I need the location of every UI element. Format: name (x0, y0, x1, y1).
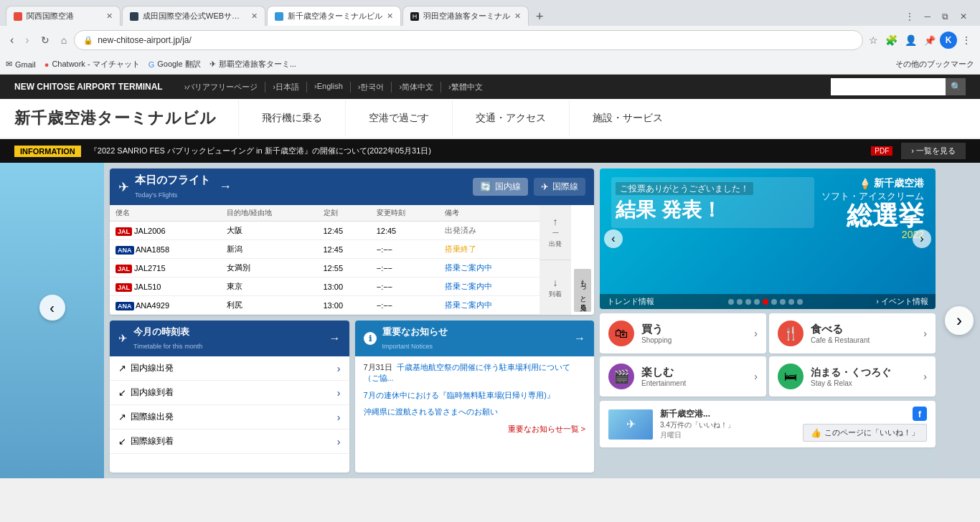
depart-up-icon: ↑ (553, 216, 558, 227)
dot-0[interactable] (728, 299, 734, 305)
dest-1: 新潟 (221, 240, 317, 259)
dot-4-active[interactable] (763, 299, 768, 305)
tab-kansai[interactable]: 関西国際空港 ✕ (6, 6, 121, 26)
pin-btn[interactable]: 📌 (921, 32, 938, 49)
dot-7[interactable] (788, 299, 794, 305)
nav-at-airport[interactable]: 空港で過ごす (346, 100, 453, 136)
col-flight-number: 便名 (110, 205, 221, 222)
nav-chinese-simple[interactable]: ›简体中文 (392, 82, 441, 92)
flight-tab-international-label: 国際線 (552, 181, 578, 193)
carousel-trend-label[interactable]: トレンド情報 (607, 296, 654, 307)
timetable-item-domestic-arr[interactable]: ↙ 国内線到着 › (110, 381, 349, 405)
dest-4: 利尻 (221, 296, 317, 315)
nav-japanese[interactable]: ›日本語 (265, 82, 307, 92)
nav-facilities[interactable]: 施設・サービス (570, 100, 686, 136)
status-1: 搭乗終了 (439, 240, 540, 259)
notice-item-1[interactable]: 7月の連休中における『臨時無料駐車場(日帰り専用)』 (364, 390, 586, 401)
timetable-item-intl-arr[interactable]: ↙ 国際線到着 › (110, 430, 349, 454)
intl-arr-arrow: › (337, 436, 341, 447)
window-tab-strip-btn[interactable]: ⋮ (903, 10, 917, 23)
flight-board-arrow-icon: → (219, 179, 232, 194)
timetable-item-intl-dep[interactable]: ↗ 国際線出発 › (110, 405, 349, 430)
google-translate-favicon: G (149, 60, 155, 69)
info-more-button[interactable]: › 一覧を見る (901, 143, 966, 159)
top-search-button[interactable]: 🔍 (946, 78, 966, 95)
flight-side-icons: ↑ 一 出発 ↓ 到着 (540, 205, 571, 315)
dot-6[interactable] (780, 299, 786, 305)
bookmark-gmail[interactable]: ✉ Gmail (6, 60, 36, 69)
top-search-input[interactable] (831, 78, 946, 95)
carousel-next-btn[interactable]: › (913, 229, 931, 248)
site-title-top: NEW CHITOSE AIRPORT TERMINAL (14, 82, 163, 92)
service-shopping[interactable]: 🛍 買う Shopping › (600, 313, 766, 353)
naha-favicon: ✈ (209, 60, 216, 69)
dot-3[interactable] (754, 299, 760, 305)
service-stay[interactable]: 🛏 泊まる・くつろぐ Stay & Relax › (769, 356, 936, 397)
domestic-dep-arrow: › (337, 363, 341, 374)
reload-button[interactable]: ↻ (37, 32, 54, 49)
flight-tab-international[interactable]: ✈ 国際線 (534, 178, 585, 196)
domestic-icon: 🔄 (480, 181, 491, 192)
sns-section: ✈ 新千歳空港... 3.4万件の「いいね！」 月曜日 f 👍 このページに「い… (600, 401, 936, 447)
dot-1[interactable] (737, 299, 743, 305)
website: NEW CHITOSE AIRPORT TERMINAL ›バリアフリーページ … (0, 75, 980, 478)
nav-barrier-free[interactable]: ›バリアフリーページ (177, 82, 266, 92)
bookmark-chatwork[interactable]: ● Chatwork - マイチャット (44, 59, 140, 70)
window-restore-btn[interactable]: ⧉ (938, 10, 953, 23)
service-entertainment[interactable]: 🎬 楽しむ Entertainment › (600, 356, 766, 397)
extension-btn[interactable]: 🧩 (882, 32, 900, 49)
new-tab-button[interactable]: + (530, 8, 550, 26)
bookmark-google-translate[interactable]: G Google 翻訳 (149, 59, 201, 70)
fb-like-label: このページに「いいね！」 (824, 427, 919, 438)
info-text: 『2022 SANRIO FES パブリックビューイング in 新千歳空港』の開… (90, 146, 862, 156)
notice-item-0[interactable]: 7月31日 千歳基地航空祭の開催に伴う駐車場利用について（ご協... (364, 362, 586, 384)
tab-close-haneda[interactable]: ✕ (514, 11, 521, 21)
sched-0: 12:45 (318, 222, 371, 240)
fb-like-button[interactable]: 👍 このページに「いいね！」 (803, 424, 927, 442)
tab-close-narita[interactable]: ✕ (251, 11, 258, 21)
sns-day: 月曜日 (660, 430, 796, 440)
window-close-btn[interactable]: ✕ (956, 10, 971, 23)
dot-5[interactable] (771, 299, 777, 305)
tab-close-chitose[interactable]: ✕ (387, 11, 393, 21)
nav-chinese-trad[interactable]: ›繁體中文 (441, 82, 490, 92)
service-food[interactable]: 🍴 食べる Cafe & Restaurant › (769, 313, 936, 353)
flight-tab-domestic[interactable]: 🔄 国内線 (473, 178, 528, 196)
window-minimize-btn[interactable]: ─ (920, 10, 935, 23)
timetable-item-domestic-dep[interactable]: ↗ 国内線出発 › (110, 356, 349, 381)
more-flights-button[interactable]: もっと見る (574, 269, 591, 312)
home-button[interactable]: ⌂ (57, 32, 71, 49)
tab-narita[interactable]: 成田国際空港公式WEBサイト ✕ (122, 6, 265, 26)
flight-board-subtitle: Today's Flights (135, 191, 177, 199)
dot-8[interactable] (797, 299, 803, 305)
bookmark-star-btn[interactable]: ☆ (866, 32, 881, 49)
dot-2[interactable] (745, 299, 751, 305)
departure-icon-btn[interactable]: ↑ 一 出発 (540, 205, 571, 260)
bookmarks-bar: ✉ Gmail ● Chatwork - マイチャット G Google 翻訳 … (0, 54, 980, 75)
bookmark-naha[interactable]: ✈ 那覇空港旅客ターミ... (209, 59, 296, 70)
left-carousel-prev[interactable]: ‹ (39, 295, 65, 321)
nav-boarding[interactable]: 飛行機に乗る (239, 100, 346, 136)
nav-korean[interactable]: ›한국어 (351, 82, 392, 92)
bookmarks-more[interactable]: その他のブックマーク (895, 59, 974, 70)
back-button[interactable]: ‹ (6, 31, 18, 49)
nav-access[interactable]: 交通・アクセス (453, 100, 570, 136)
menu-btn[interactable]: ⋮ (958, 32, 974, 49)
tab-chitose[interactable]: 新千歳空港ターミナルビル ✕ (267, 6, 401, 26)
tab-close-kansai[interactable]: ✕ (106, 11, 113, 21)
carousel-prev-btn[interactable]: ‹ (604, 229, 623, 248)
profile-btn-ext[interactable]: 👤 (902, 32, 920, 49)
arrival-icon-btn[interactable]: ↓ 到着 (540, 260, 571, 315)
domestic-arr-arrow: › (337, 387, 341, 399)
address-bar[interactable]: 🔒 new-chitose-airport.jp/ja/ (74, 30, 863, 50)
carousel-event-label[interactable]: › イベント情報 (876, 296, 928, 307)
notices-more-link[interactable]: 重要なお知らせ一覧 > (364, 424, 586, 435)
carousel-main-next-btn[interactable]: › (945, 306, 974, 335)
forward-button[interactable]: › (21, 31, 33, 49)
nav-english[interactable]: ›English (307, 82, 351, 92)
tab-haneda[interactable]: H 羽田空港旅客ターミナル ✕ (402, 6, 529, 26)
user-avatar[interactable]: K (940, 32, 957, 49)
intl-dep-icon: ↗ (118, 412, 126, 422)
notice-item-2[interactable]: 沖縄県に渡航される皆さまへのお願い (364, 407, 586, 417)
col-destination: 目的地/経由地 (221, 205, 317, 222)
